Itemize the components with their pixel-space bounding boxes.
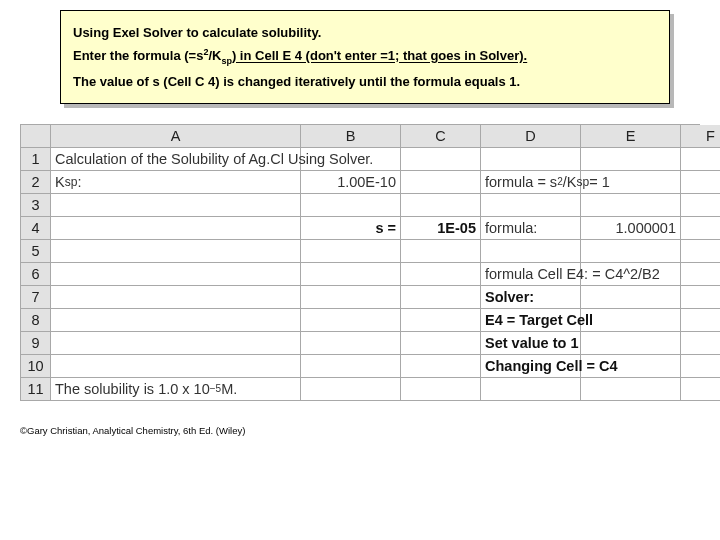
cell-e1 (581, 148, 681, 171)
cell-b4: s = (301, 217, 401, 240)
instruction-line2: Enter the formula (=s2/Ksp) in Cell E 4 … (73, 44, 657, 69)
col-header-a: A (51, 125, 301, 148)
row-3: 3 (21, 194, 700, 217)
row-num: 10 (21, 355, 51, 378)
col-header-d: D (481, 125, 581, 148)
cell-d6: formula Cell E4: = C4^2/B2 (481, 263, 581, 286)
row-num: 3 (21, 194, 51, 217)
row-9: 9 Set value to 1 (21, 332, 700, 355)
cell-a2: Ksp: (51, 171, 301, 194)
credit-line: ©Gary Christian, Analytical Chemistry, 6… (20, 425, 700, 436)
header-row: A B C D E F (21, 125, 700, 148)
instruction-line1: Using Exel Solver to calculate solubilit… (73, 21, 657, 44)
cell-d9: Set value to 1 (481, 332, 581, 355)
col-header-e: E (581, 125, 681, 148)
cell-f2 (681, 171, 720, 194)
row-num: 11 (21, 378, 51, 401)
row-7: 7 Solver: (21, 286, 700, 309)
corner-cell (21, 125, 51, 148)
col-header-c: C (401, 125, 481, 148)
cell-c1 (401, 148, 481, 171)
row-4: 4 s = 1E-05 formula: 1.000001 (21, 217, 700, 240)
cell-f1 (681, 148, 720, 171)
col-header-f: F (681, 125, 720, 148)
cell-c4: 1E-05 (401, 217, 481, 240)
row-2: 2 Ksp: 1.00E-10 formula = s2/Ksp = 1 (21, 171, 700, 194)
cell-d2: formula = s2/Ksp = 1 (481, 171, 581, 194)
row-num: 7 (21, 286, 51, 309)
row-1: 1 Calculation of the Solubility of Ag.Cl… (21, 148, 700, 171)
row-num: 6 (21, 263, 51, 286)
row-num: 1 (21, 148, 51, 171)
instruction-box: Using Exel Solver to calculate solubilit… (60, 10, 670, 104)
row-8: 8 E4 = Target Cell (21, 309, 700, 332)
cell-d1 (481, 148, 581, 171)
cell-e4: 1.000001 (581, 217, 681, 240)
row-num: 5 (21, 240, 51, 263)
row-10: 10 Changing Cell = C4 (21, 355, 700, 378)
row-6: 6 formula Cell E4: = C4^2/B2 (21, 263, 700, 286)
cell-d4: formula: (481, 217, 581, 240)
cell-b2: 1.00E-10 (301, 171, 401, 194)
cell-a11: The solubility is 1.0 x 10−5 M. (51, 378, 301, 401)
col-header-b: B (301, 125, 401, 148)
instruction-line3: The value of s (Cell C 4) is changed ite… (73, 70, 657, 93)
row-num: 4 (21, 217, 51, 240)
row-5: 5 (21, 240, 700, 263)
row-num: 9 (21, 332, 51, 355)
instruction-content: Using Exel Solver to calculate solubilit… (60, 10, 670, 104)
spreadsheet: A B C D E F 1 Calculation of the Solubil… (20, 124, 700, 401)
row-11: 11 The solubility is 1.0 x 10−5 M. (21, 378, 700, 401)
row-num: 8 (21, 309, 51, 332)
cell-d7: Solver: (481, 286, 581, 309)
cell-d10: Changing Cell = C4 (481, 355, 581, 378)
cell-c2 (401, 171, 481, 194)
cell-a1: Calculation of the Solubility of Ag.Cl U… (51, 148, 301, 171)
row-num: 2 (21, 171, 51, 194)
cell-d8: E4 = Target Cell (481, 309, 581, 332)
